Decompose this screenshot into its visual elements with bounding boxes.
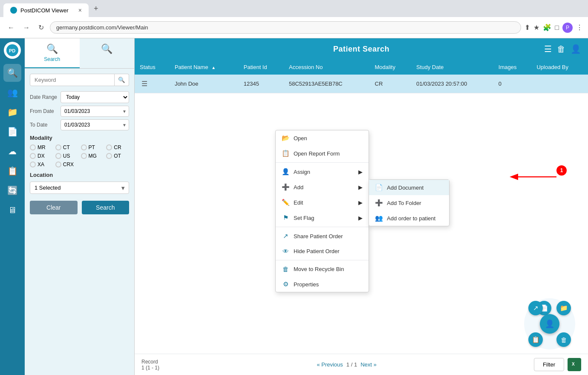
share-nav-icon[interactable]: ⬆	[525, 23, 530, 32]
new-tab-button[interactable]: +	[90, 3, 102, 15]
col-modality[interactable]: Modality	[370, 60, 411, 75]
modality-dx[interactable]: DX	[30, 153, 53, 159]
modality-ot[interactable]: OT	[106, 153, 129, 159]
sidebar-item-users[interactable]: 👥	[3, 84, 21, 101]
menu-item-add[interactable]: ➕ Add ▶ 📄 Add Document ➕ Add To Folder	[276, 179, 369, 195]
cell-status: ☰	[135, 75, 170, 93]
excel-button[interactable]: X	[568, 358, 581, 371]
fab-folder[interactable]: 📁	[556, 301, 571, 315]
modality-mg-radio[interactable]	[81, 153, 87, 159]
add-document-icon: 📄	[375, 184, 383, 191]
from-date-input[interactable]	[61, 106, 129, 117]
extensions-icon[interactable]: 🧩	[543, 23, 551, 32]
menu-item-assign[interactable]: 👤 Assign ▶	[276, 164, 369, 179]
table-container: Status Patient Name ▲ Patient Id Accessi…	[135, 60, 588, 354]
patient-table: Status Patient Name ▲ Patient Id Accessi…	[135, 60, 588, 93]
profile-icon[interactable]: P	[562, 23, 573, 33]
modality-pt[interactable]: PT	[81, 144, 104, 150]
from-date-wrap: ▼	[61, 106, 129, 117]
prev-button[interactable]: « Previous	[317, 361, 343, 368]
location-select[interactable]: 1 Selected	[30, 182, 129, 194]
bookmark-icon[interactable]: ★	[533, 23, 539, 32]
filter-button[interactable]: Filter	[534, 358, 564, 371]
clear-button[interactable]: Clear	[30, 201, 78, 214]
menu-separator-1	[276, 162, 369, 163]
modality-crx-radio[interactable]	[55, 162, 61, 167]
fab-share[interactable]: ↗	[528, 301, 543, 315]
sidebar-item-layers[interactable]: 📄	[3, 123, 21, 141]
submenu-item-add-order[interactable]: 👥 Add order to patient	[369, 211, 449, 226]
modality-mg-label: MG	[89, 153, 97, 159]
tab-close-button[interactable]: ×	[78, 7, 82, 14]
back-button[interactable]: ←	[5, 22, 17, 33]
search-button[interactable]: Search	[82, 201, 130, 214]
sidebar-item-sync[interactable]: 🔄	[3, 182, 21, 199]
menu-item-move-recycle[interactable]: 🗑 Move to Recycle Bin	[276, 262, 369, 277]
col-uploaded-by[interactable]: Uploaded By	[531, 60, 588, 75]
sidebar-item-folder[interactable]: 📁	[3, 103, 21, 121]
tab-worklist[interactable]: 🔍	[80, 38, 135, 68]
col-status[interactable]: Status	[135, 60, 170, 75]
menu-item-edit[interactable]: ✏️ Edit ▶	[276, 195, 369, 210]
submenu-item-add-document[interactable]: 📄 Add Document	[369, 180, 449, 195]
sidebar-item-monitor[interactable]: 🖥	[3, 201, 21, 219]
to-date-input[interactable]	[61, 119, 129, 130]
fab-center[interactable]: 👤	[540, 314, 559, 334]
table-row[interactable]: ☰ John Doe 12345 58C52913AE5EB78C CR 01/…	[135, 75, 588, 93]
sidebar-item-upload[interactable]: ☁	[3, 142, 21, 160]
modality-ct[interactable]: CT	[55, 144, 78, 150]
modality-mr-radio[interactable]	[30, 144, 36, 150]
modality-cr-radio[interactable]	[106, 144, 112, 150]
fab-trash[interactable]: 🗑	[556, 332, 571, 347]
header-title: Patient Search	[333, 45, 389, 54]
fab-report[interactable]: 📋	[528, 332, 543, 347]
row-menu-button[interactable]: ☰	[140, 79, 149, 89]
col-patient-id[interactable]: Patient Id	[239, 60, 284, 75]
keyword-search-button[interactable]: 🔍	[115, 74, 129, 86]
col-study-date[interactable]: Study Date	[411, 60, 493, 75]
sidebar-item-report[interactable]: 📋	[3, 162, 21, 180]
col-accession-no[interactable]: Accession No	[284, 60, 370, 75]
submenu-item-add-folder[interactable]: ➕ Add To Folder	[369, 195, 449, 211]
menu-icon[interactable]: ⋮	[576, 23, 583, 32]
menu-item-share[interactable]: ↗ Share Patient Order	[276, 228, 369, 244]
menu-item-set-flag[interactable]: ⚑ Set Flag ▶	[276, 210, 369, 225]
menu-item-properties[interactable]: ⚙ Properties	[276, 277, 369, 292]
header-list-icon[interactable]: ☰	[544, 44, 552, 54]
modality-pt-radio[interactable]	[81, 144, 87, 150]
sidebar-item-search[interactable]: 🔍	[3, 64, 21, 82]
modality-ct-radio[interactable]	[55, 144, 61, 150]
keyword-input[interactable]	[30, 74, 115, 86]
modality-crx[interactable]: CRX	[55, 162, 78, 167]
modality-cr[interactable]: CR	[106, 144, 129, 150]
modality-xa-radio[interactable]	[30, 162, 36, 167]
modality-ot-radio[interactable]	[106, 153, 112, 159]
browser-nav: ← → ↻ ⬆ ★ 🧩 □ P ⋮	[0, 17, 588, 38]
worklist-tab-icon: 🔍	[101, 43, 112, 55]
open-report-icon: 📋	[282, 150, 289, 157]
menu-item-open[interactable]: 📂 Open	[276, 130, 369, 146]
tab-search[interactable]: 🔍 Search	[25, 38, 80, 68]
modality-mg[interactable]: MG	[81, 153, 104, 159]
modality-us[interactable]: US	[55, 153, 78, 159]
modality-dx-radio[interactable]	[30, 153, 36, 159]
window-icon[interactable]: □	[555, 24, 559, 32]
refresh-button[interactable]: ↻	[36, 22, 46, 33]
forward-button[interactable]: →	[20, 22, 32, 33]
col-patient-name[interactable]: Patient Name ▲	[170, 60, 239, 75]
header-trash-icon[interactable]: 🗑	[557, 44, 565, 54]
modality-us-radio[interactable]	[55, 153, 61, 159]
modality-mr[interactable]: MR	[30, 144, 53, 150]
modality-xa[interactable]: XA	[30, 162, 53, 167]
excel-icon: X	[571, 361, 578, 367]
col-images[interactable]: Images	[493, 60, 532, 75]
menu-item-open-report[interactable]: 📋 Open Report Form	[276, 146, 369, 161]
header-user-icon[interactable]: 👤	[571, 44, 581, 54]
active-tab[interactable]: PostDICOM Viewer ×	[3, 3, 89, 17]
address-bar[interactable]	[50, 21, 521, 34]
browser-chrome: PostDICOM Viewer × + ← → ↻ ⬆ ★ 🧩 □ P ⋮	[0, 0, 588, 38]
menu-item-hide[interactable]: 👁 Hide Patient Order	[276, 244, 369, 259]
menu-assign-label: Assign	[294, 169, 310, 175]
next-button[interactable]: Next »	[360, 361, 377, 368]
date-range-select[interactable]: Today Yesterday Last 7 Days Last 30 Days…	[61, 91, 129, 103]
